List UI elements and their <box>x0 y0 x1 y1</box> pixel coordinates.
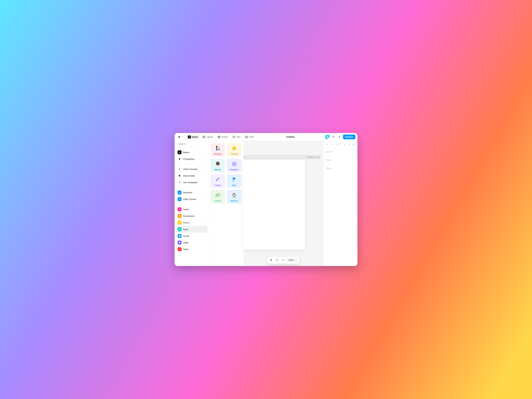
zoom-button[interactable]: 100% <box>287 258 298 262</box>
comment-tool-button[interactable] <box>281 258 286 263</box>
sidebar-item-utility[interactable]: Utility › <box>175 239 208 246</box>
sidebar-item-cms-content[interactable]: CMS Content › <box>175 196 208 203</box>
frame-icon <box>217 135 221 139</box>
sidebar-item-prototyping[interactable]: Prototyping › <box>175 156 208 162</box>
sidebar-item-icons[interactable]: Icons › <box>175 226 208 233</box>
sidebar-item-label: Forms <box>183 222 189 224</box>
icon-pack-twemoji[interactable]: Twemoji <box>227 143 241 157</box>
sidebar-item-social[interactable]: Social › <box>175 233 208 239</box>
arrow-out-icon <box>177 180 182 184</box>
artboard-width-label: 0 <box>245 156 246 158</box>
preview-button[interactable] <box>337 135 342 139</box>
cursor-tool-button[interactable] <box>269 258 274 263</box>
zoom-value: 100% <box>288 259 294 261</box>
svg-point-14 <box>180 209 180 210</box>
search-input[interactable] <box>178 143 207 145</box>
sidebar-item-label: Prototyping <box>183 158 194 160</box>
align-top-icon <box>339 143 342 146</box>
sidebar-item-video-tutorials[interactable]: Video Tutorials › <box>175 166 208 172</box>
inspector-section-label: Stack <box>326 159 331 161</box>
google-g-icon <box>231 192 238 198</box>
insert-button[interactable]: ＋ Insert <box>186 134 199 139</box>
svg-point-22 <box>218 146 220 148</box>
publish-button[interactable]: Publish <box>343 134 355 139</box>
document-icon <box>177 241 182 245</box>
chevron-right-icon: › <box>205 198 205 201</box>
align-bottom-button[interactable] <box>348 143 351 146</box>
search-row[interactable] <box>175 141 208 147</box>
icon-pack-feather[interactable]: Feather <box>210 174 225 188</box>
sidebar-item-label: Video Tutorials <box>183 168 197 171</box>
svg-rect-16 <box>179 222 180 223</box>
icon-pack-hero[interactable]: Hero <box>227 174 241 188</box>
user-avatar[interactable] <box>325 135 330 139</box>
frame-button[interactable]: Frame <box>216 134 229 139</box>
text-button[interactable]: T Text <box>231 134 242 139</box>
svg-point-25 <box>232 147 236 151</box>
icon-pack-label: Humaans <box>214 153 222 155</box>
cms-button[interactable]: CMS <box>243 134 255 139</box>
icon-pack-memoji[interactable]: Memoji <box>210 158 225 172</box>
add-breakpoint-button[interactable]: + <box>317 156 320 158</box>
memoji-face-icon <box>215 161 221 167</box>
svg-rect-2 <box>218 136 220 138</box>
inspector-section-styles[interactable]: Styles <box>326 165 355 171</box>
align-right-button[interactable] <box>334 143 338 146</box>
svg-rect-21 <box>216 149 218 150</box>
distribute-button[interactable] <box>352 143 355 146</box>
twitter-icon <box>177 234 182 238</box>
svg-point-35 <box>215 194 220 197</box>
topbar: ＋ Insert Layout Frame T Text CMS Untitle… <box>175 133 357 141</box>
icon-pack-phosphor[interactable]: Phosphor <box>227 158 241 172</box>
svg-point-5 <box>333 137 334 137</box>
align-h-center-icon <box>330 143 333 146</box>
inspector-panel: Layout Stack Styles <box>323 141 357 266</box>
inspector-section-stack[interactable]: Stack <box>326 157 355 163</box>
sidebar-item-forms[interactable]: Forms › <box>175 219 208 226</box>
svg-point-19 <box>216 146 217 147</box>
align-controls <box>326 143 355 146</box>
sidebar-item-label: CMS Content <box>183 198 196 201</box>
sidebar-item-elements[interactable]: Elements › <box>175 189 208 196</box>
sidebar-item-label: Help Articles <box>183 175 195 177</box>
canvas[interactable]: 0 Breakpoint + 100% <box>243 141 323 266</box>
align-v-center-icon <box>343 143 346 146</box>
svg-rect-7 <box>179 158 180 160</box>
humaans-illustration-icon <box>215 145 221 152</box>
sidebar-item-see-templates[interactable]: See Templates <box>175 179 208 186</box>
divider <box>177 204 206 204</box>
hand-tool-button[interactable] <box>275 258 280 263</box>
insert-sidebar: Basics › Prototyping › Video Tutorials ›… <box>175 141 209 266</box>
sidebar-item-video[interactable]: Video › <box>175 246 208 253</box>
icon-pack-humaans[interactable]: Humaans <box>210 143 225 157</box>
artboard-header[interactable]: 0 Breakpoint + <box>243 155 321 159</box>
align-v-center-button[interactable] <box>343 143 347 146</box>
sidebar-item-ecommerce[interactable]: Ecommerce › <box>175 213 208 219</box>
app-menu-button[interactable] <box>177 135 185 139</box>
sidebar-item-basics[interactable]: Basics › <box>175 149 208 156</box>
canvas-toolbar: 100% <box>267 257 299 264</box>
chevron-right-icon: › <box>205 158 205 160</box>
app-window: ＋ Insert Layout Frame T Text CMS Untitle… <box>175 133 357 266</box>
icon-pack-label: Twemoji <box>231 153 238 155</box>
layout-button[interactable]: Layout <box>201 134 215 139</box>
svg-point-4 <box>327 136 328 137</box>
settings-button[interactable] <box>331 135 336 139</box>
icon-pack-material[interactable]: Material <box>227 190 241 203</box>
align-left-button[interactable] <box>326 143 329 146</box>
document-title[interactable]: Untitled <box>286 136 294 138</box>
artboard[interactable] <box>243 160 305 249</box>
align-h-center-button[interactable] <box>330 143 333 146</box>
svg-rect-0 <box>203 136 204 138</box>
icon-pack-iconoir[interactable]: Iconoir <box>210 190 225 203</box>
align-top-button[interactable] <box>339 143 342 146</box>
info-icon <box>177 174 182 178</box>
icon-pack-label: Memoji <box>215 169 221 171</box>
inspector-section-layout[interactable]: Layout <box>326 149 355 155</box>
sidebar-item-audio[interactable]: Audio › <box>175 206 208 213</box>
sidebar-item-label: See Templates <box>183 181 197 184</box>
layout-icon <box>202 135 205 139</box>
sidebar-item-help-articles[interactable]: Help Articles › <box>175 172 208 179</box>
svg-rect-24 <box>218 149 220 150</box>
gear-icon <box>332 136 335 138</box>
